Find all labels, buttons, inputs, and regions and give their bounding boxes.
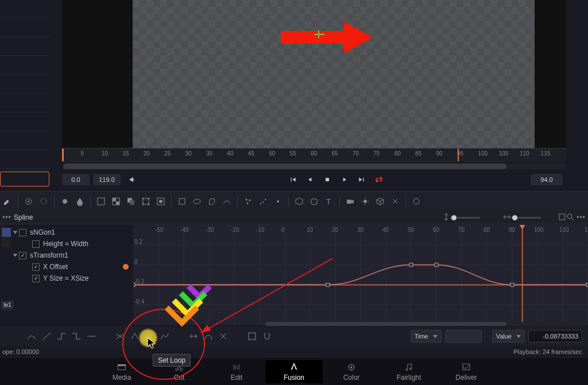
go-start-button[interactable] [287,173,299,186]
tree-node[interactable]: X Offset [14,261,129,273]
step-out-icon[interactable] [69,329,84,344]
y-mode-select[interactable]: Value [492,330,525,343]
out-frame-field[interactable]: 119.0 [93,174,121,185]
panel-options-icon[interactable]: ••• [574,213,588,221]
horizontal-zoom-icon[interactable] [503,213,511,223]
fastnoise-icon[interactable] [109,194,123,209]
stop-button[interactable] [321,173,334,186]
clip-slot-active[interactable] [0,172,49,186]
ruler-in-marker[interactable] [62,149,64,161]
spline-scrollbar-thumb[interactable] [265,322,506,326]
matte-icon[interactable] [153,194,168,209]
blur-icon[interactable] [72,194,87,209]
tab-deliver[interactable]: Deliver [438,360,495,383]
flat-icon[interactable] [84,329,99,344]
linear-icon[interactable] [39,329,54,344]
tab-color[interactable]: Color [323,360,380,383]
tree-node[interactable]: Height = Width [14,238,129,250]
ease-icon[interactable] [201,329,216,344]
render3d-icon[interactable] [373,194,388,209]
play-button[interactable] [338,173,351,186]
clip-slot[interactable] [0,76,49,94]
snap-icon[interactable] [260,329,274,344]
timeline-scrollbar-thumb[interactable] [63,164,506,169]
tab-media[interactable]: Media [93,360,150,383]
color-swatch[interactable] [2,238,11,247]
clip-slot[interactable] [0,95,49,112]
tab-fairlight[interactable]: Fairlight [380,360,438,383]
go-end-button[interactable] [355,173,368,186]
camera3d-icon[interactable] [343,194,358,209]
paint-tool-icon[interactable] [0,194,15,209]
timeline-scrollbar[interactable] [63,164,566,169]
svg-rect-86 [409,263,413,267]
shape3d-icon[interactable] [292,194,307,209]
ruler-tick: 55 [290,150,296,157]
clip-slot[interactable] [0,133,49,150]
tab-cut[interactable]: Cut [150,360,208,383]
current-frame-field[interactable]: 94.0 [531,174,563,185]
tracker-icon[interactable] [21,194,36,209]
vertical-zoom-slider[interactable] [450,217,480,219]
audio-icon[interactable] [126,173,139,186]
zoom-icon[interactable] [566,213,574,223]
mask-rect-icon[interactable] [175,194,189,209]
color-swatch[interactable] [2,228,11,237]
p-emitter-icon[interactable] [256,194,270,209]
particles-icon[interactable] [241,194,256,209]
time-stretch-icon[interactable] [186,329,201,344]
reduce-icon[interactable] [216,329,231,344]
mask-bspline-icon[interactable] [219,194,234,209]
mask-polygon-icon[interactable] [204,194,219,209]
set-relative-icon[interactable] [157,329,172,344]
tab-edit[interactable]: Edit [208,360,265,383]
merge-icon[interactable] [123,194,138,209]
clip-slot[interactable] [0,151,49,169]
y-value-field[interactable]: -0.08733333 [528,330,582,343]
x-value-field[interactable] [445,330,482,343]
panel-menu-icon[interactable]: ••• [0,213,14,221]
spline-scrollbar[interactable] [265,322,587,326]
clip-slot[interactable] [0,114,49,131]
svg-text:40: 40 [382,227,389,233]
mask-ellipse-icon[interactable] [189,194,204,209]
vertical-zoom-icon[interactable] [442,213,450,223]
clip-slot[interactable] [0,0,49,18]
usd-icon[interactable] [409,194,424,209]
reverse-icon[interactable] [113,329,127,344]
tree-node[interactable]: Y Size = XSize [14,273,129,284]
merge3d-icon[interactable] [388,194,403,209]
smooth-icon[interactable] [24,329,39,344]
tree-node[interactable]: sNGon1 [14,227,129,238]
tree-node[interactable]: sTransform1 [14,250,129,261]
page-tabs: Media Cut Edit Fusion Color Fairlight De… [0,358,588,385]
light-icon[interactable] [358,194,373,209]
roto-icon[interactable] [36,194,51,209]
image3d-icon[interactable] [307,194,322,209]
step-in-icon[interactable] [54,329,69,344]
in-frame-field[interactable]: 0.0 [62,174,90,185]
clip-slot[interactable] [0,19,49,37]
background-icon[interactable] [94,194,109,209]
fusion-icon [289,362,299,372]
set-pingpong-icon[interactable] [142,329,157,344]
clip-slot[interactable] [0,38,49,56]
set-loop-icon[interactable] [127,329,142,344]
fit-icon[interactable] [558,213,566,223]
loop-button[interactable] [373,173,385,186]
horizontal-zoom-slider[interactable] [511,217,541,219]
transform-icon[interactable] [138,194,153,209]
viewer-canvas[interactable] [133,0,535,148]
svg-text:-0.4: -0.4 [134,298,145,305]
brightness-icon[interactable] [57,194,72,209]
text-icon[interactable]: T [322,194,336,209]
viewer[interactable] [62,0,566,148]
tab-fusion[interactable]: Fusion [265,360,323,383]
clip-slot[interactable] [0,57,49,75]
p-render-icon[interactable] [270,194,285,209]
time-ruler[interactable]: 5101520253035404550556065707580859095100… [62,148,566,162]
step-back-button[interactable] [304,173,316,186]
x-mode-select[interactable]: Time [411,330,442,343]
spline-graph[interactable]: -50-40-30-20-100102030405060708090100110… [133,225,588,325]
shape-box-icon[interactable] [245,329,260,344]
